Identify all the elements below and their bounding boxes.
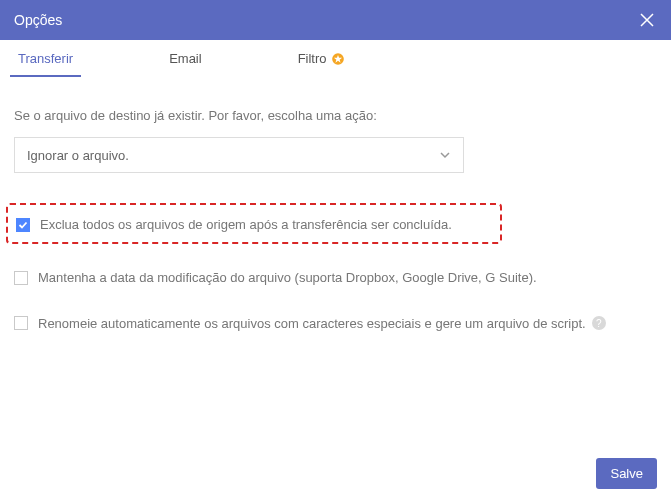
keep-date-checkbox[interactable] [14,271,28,285]
tab-email[interactable]: Email [161,40,210,77]
tab-content: Se o arquivo de destino já existir. Por … [0,78,671,373]
close-button[interactable] [637,10,657,30]
tab-transfer-label: Transferir [18,51,73,66]
tab-filter-label: Filtro [298,51,327,66]
check-icon [18,220,28,230]
conflict-action-select[interactable]: Ignorar o arquivo. [14,137,464,173]
delete-source-checkbox[interactable] [16,218,30,232]
delete-source-row: Exclua todos os arquivos de origem após … [6,203,502,244]
conflict-prompt: Se o arquivo de destino já existir. Por … [14,108,657,123]
star-icon [331,52,345,66]
tab-filter[interactable]: Filtro [290,40,353,77]
dialog-title: Opções [14,12,62,28]
close-icon [640,13,654,27]
delete-source-label: Exclua todos os arquivos de origem após … [40,217,452,232]
keep-date-row: Mantenha a data da modificação do arquiv… [14,268,657,288]
dialog-footer: Salve [596,458,657,489]
chevron-down-icon [439,149,451,161]
rename-special-checkbox[interactable] [14,316,28,330]
rename-special-label: Renomeie automaticamente os arquivos com… [38,314,586,334]
keep-date-label: Mantenha a data da modificação do arquiv… [38,268,537,288]
rename-special-row: Renomeie automaticamente os arquivos com… [14,314,657,334]
select-value: Ignorar o arquivo. [27,148,129,163]
tab-transfer[interactable]: Transferir [10,40,81,77]
help-icon[interactable]: ? [592,316,606,330]
tab-bar: Transferir Email Filtro [0,40,671,78]
dialog-header: Opções [0,0,671,40]
save-button[interactable]: Salve [596,458,657,489]
tab-email-label: Email [169,51,202,66]
